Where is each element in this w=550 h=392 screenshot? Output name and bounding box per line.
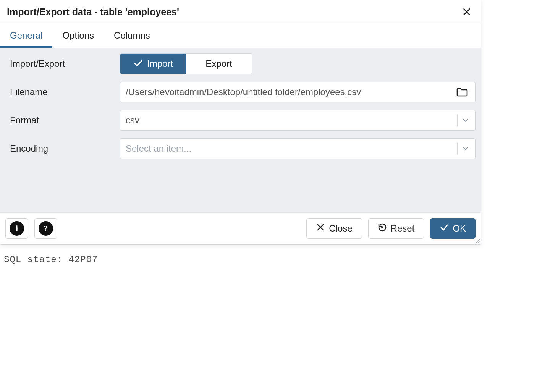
import-export-dialog: Import/Export data - table 'employees' G…: [0, 0, 481, 245]
x-icon: [316, 223, 325, 234]
tab-options[interactable]: Options: [52, 24, 104, 48]
check-icon: [133, 58, 143, 69]
ok-button[interactable]: OK: [430, 218, 476, 239]
chevron-down-icon: [461, 116, 470, 125]
row-import-export: Import/Export Import Export: [5, 53, 476, 74]
sql-state-text: SQL state: 42P07: [0, 245, 550, 275]
help-button[interactable]: ?: [34, 218, 57, 239]
toggle-export-label: Export: [205, 58, 232, 69]
svg-line-7: [479, 243, 480, 243]
label-import-export: Import/Export: [5, 58, 120, 69]
chevron-down-icon: [461, 144, 470, 153]
label-format: Format: [5, 115, 120, 126]
row-encoding: Encoding Select an item...: [5, 138, 476, 159]
folder-icon[interactable]: [455, 86, 470, 99]
select-separator: [457, 114, 458, 126]
toggle-export[interactable]: Export: [186, 54, 252, 74]
tab-general[interactable]: General: [0, 24, 52, 48]
dialog-title: Import/Export data - table 'employees': [7, 6, 179, 18]
select-separator: [457, 143, 458, 155]
tabs: General Options Columns: [0, 24, 481, 48]
footer-left: i ?: [5, 218, 57, 239]
close-icon[interactable]: [460, 5, 473, 18]
dialog-header: Import/Export data - table 'employees': [0, 0, 481, 24]
help-icon: ?: [39, 221, 53, 236]
reset-button-label: Reset: [391, 223, 415, 234]
filename-field: [120, 82, 476, 102]
info-button[interactable]: i: [5, 218, 28, 239]
encoding-select[interactable]: Select an item...: [120, 138, 476, 159]
format-value: csv: [126, 115, 453, 126]
row-format: Format csv: [5, 110, 476, 131]
form-body: Import/Export Import Export: [0, 48, 481, 212]
close-button[interactable]: Close: [306, 218, 362, 239]
dialog-footer: i ? Close: [0, 212, 481, 244]
footer-right: Close Reset OK: [306, 218, 476, 239]
close-button-label: Close: [329, 223, 352, 234]
reset-button[interactable]: Reset: [368, 218, 424, 239]
toggle-import[interactable]: Import: [120, 54, 186, 74]
format-select[interactable]: csv: [120, 110, 476, 131]
label-encoding: Encoding: [5, 143, 120, 154]
toggle-import-label: Import: [147, 58, 173, 69]
info-icon: i: [10, 221, 24, 236]
label-filename: Filename: [5, 87, 120, 97]
encoding-placeholder: Select an item...: [126, 143, 453, 154]
reset-icon: [378, 223, 387, 234]
filename-input[interactable]: [126, 87, 455, 97]
ok-button-label: OK: [453, 223, 466, 234]
tab-columns[interactable]: Columns: [104, 24, 160, 48]
row-filename: Filename: [5, 82, 476, 102]
resize-grip-icon[interactable]: [474, 237, 480, 243]
svg-point-4: [382, 227, 383, 228]
toggle-import-export: Import Export: [120, 53, 252, 74]
check-icon: [440, 223, 449, 234]
